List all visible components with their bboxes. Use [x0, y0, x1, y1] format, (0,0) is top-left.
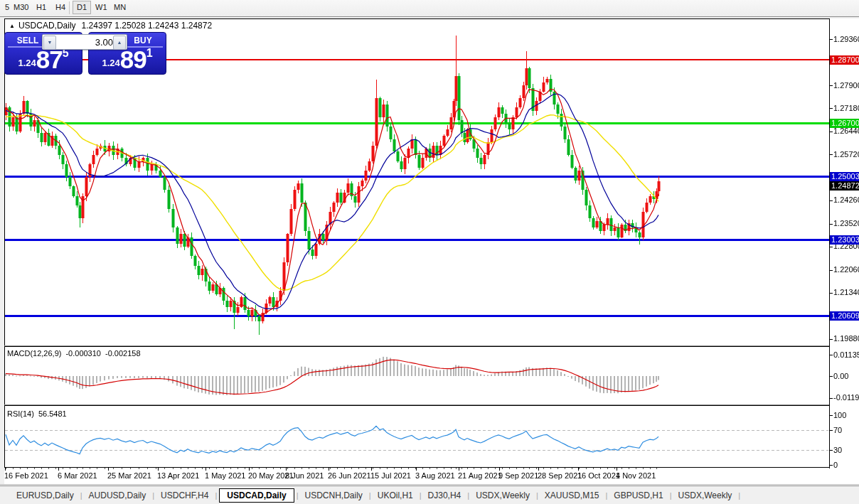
- date-axis-label: 3 Aug 2021: [415, 471, 455, 480]
- price-level-badge: 1.20609: [830, 311, 859, 321]
- macd-label: MACD(12,26,9)-0.000310-0.002158: [7, 349, 145, 358]
- timeframe-button-h4[interactable]: H4: [52, 1, 69, 14]
- date-axis-label: 8 Jun 2021: [285, 471, 324, 480]
- rsi-axis-tick: 30: [833, 446, 842, 454]
- chart-tab-eurusd-daily[interactable]: EURUSD,Daily: [10, 488, 80, 503]
- price-level-badge: 1.24872: [830, 181, 859, 191]
- price-axis-tick: 1.21340: [833, 289, 858, 296]
- one-click-trading-panel: SELL 1.24875 BUY 1.24891 ▼ ▲: [4, 32, 166, 75]
- buy-price-prefix: 1.24: [102, 58, 119, 68]
- rsi-name: RSI(14): [7, 409, 34, 418]
- chart-tab-audusd-daily[interactable]: AUDUSD,Daily: [82, 488, 153, 503]
- price-axis-tick: 1.22060: [833, 266, 858, 274]
- rsi-axis-tick: 70: [833, 427, 842, 434]
- price-level-badge: 1.23003: [830, 235, 859, 245]
- price-axis-tick: 1.23520: [833, 220, 858, 227]
- date-axis-label: 16 Feb 2021: [4, 471, 48, 480]
- volume-increase-icon[interactable]: ▲: [113, 36, 126, 50]
- date-axis-label: 26 Jun 2021: [328, 471, 371, 480]
- timeframe-button-m30[interactable]: M30: [10, 1, 32, 14]
- date-axis-label: 28 Sep 2021: [538, 471, 582, 480]
- volume-spinner: ▼ ▲: [42, 34, 127, 50]
- macd-axis-tick: 0.00: [833, 372, 848, 380]
- tab-separator: |: [738, 491, 740, 500]
- price-axis-tick: 1.19880: [833, 335, 858, 343]
- buy-price: 1.24891: [89, 47, 166, 72]
- rsi-label: RSI(14)56.5481: [7, 409, 71, 418]
- sell-price: 1.24875: [5, 47, 82, 72]
- macd-value-1: -0.000310: [65, 349, 101, 358]
- rsi-axis-tick: 100: [833, 412, 846, 419]
- price-axis-tick: 1.29360: [833, 36, 858, 43]
- volume-input[interactable]: [56, 35, 113, 49]
- symbol-tab-bar: EURUSD,Daily|AUDUSD,Daily|USDCHF,H4|USDC…: [0, 486, 859, 504]
- price-chart-canvas[interactable]: [0, 0, 859, 504]
- price-axis-tick: 1.27900: [833, 82, 858, 90]
- volume-decrease-icon[interactable]: ▼: [43, 36, 56, 50]
- chart-title: ▲USDCAD,Daily1.24397 1.25028 1.24243 1.2…: [9, 21, 212, 31]
- chart-tab-xauusd-m15[interactable]: XAUUSD,M15: [538, 488, 606, 503]
- price-level-badge: 1.25003: [830, 172, 859, 181]
- timeframe-button-w1[interactable]: W1: [92, 1, 111, 14]
- price-axis-tick: 1.24260: [833, 196, 858, 204]
- date-axis-label: 6 Mar 2021: [58, 471, 97, 480]
- timeframe-button-h1[interactable]: H1: [33, 1, 50, 14]
- macd-name: MACD(12,26,9): [7, 349, 61, 358]
- timeframe-toolbar: 5M30H1H4D1W1MN: [0, 0, 859, 17]
- macd-value-2: -0.002158: [105, 349, 141, 358]
- chart-tab-usdx-weekly[interactable]: USDX,Weekly: [672, 488, 739, 503]
- chart-ohlc-values: 1.24397 1.25028 1.24243 1.24872: [82, 21, 213, 31]
- price-axis-tick: 1.27180: [833, 104, 858, 112]
- buy-price-sup: 1: [146, 47, 153, 59]
- chart-tab-usdchf-h4[interactable]: USDCHF,H4: [154, 488, 215, 503]
- price-axis-tick: 1.26440: [833, 127, 858, 135]
- date-axis-label: 9 Sep 2021: [498, 471, 538, 480]
- price-level-badge: 1.28700: [830, 55, 859, 65]
- chart-tab-ukoil-h1[interactable]: UKOil,H1: [371, 488, 420, 503]
- timeframe-button-d1[interactable]: D1: [73, 1, 91, 14]
- macd-axis-tick: -0.01190: [833, 394, 859, 402]
- collapse-icon[interactable]: ▲: [9, 23, 15, 29]
- sell-price-prefix: 1.24: [18, 58, 36, 68]
- tab-separator: |: [215, 491, 217, 500]
- date-axis-label: 25 Mar 2021: [107, 471, 151, 480]
- date-axis-label: 13 Apr 2021: [157, 471, 199, 480]
- date-axis-label: 21 Aug 2021: [458, 471, 502, 480]
- chart-symbol-label: USDCAD,Daily: [18, 21, 76, 31]
- chart-tab-usdx-weekly[interactable]: USDX,Weekly: [469, 488, 536, 503]
- chart-tab-dj30-h4[interactable]: DJ30,H4: [422, 488, 468, 503]
- rsi-axis-tick: 0: [833, 461, 838, 469]
- date-axis-label: 16 Oct 2021: [577, 471, 620, 480]
- date-axis-label: 1 May 2021: [205, 471, 245, 480]
- toolbar-separator: [69, 1, 70, 14]
- macd-axis-tick: 0.01135: [833, 351, 859, 359]
- price-level-badge: 1.26700: [830, 119, 859, 128]
- price-axis-tick: 1.25720: [833, 151, 858, 159]
- date-axis-label: 4 Nov 2021: [616, 471, 656, 480]
- chart-tab-usdcad-daily[interactable]: USDCAD,Daily: [219, 488, 294, 503]
- timeframe-button-mn[interactable]: MN: [110, 1, 129, 14]
- date-axis-label: 15 Jul 2021: [370, 471, 411, 480]
- rsi-value: 56.5481: [38, 409, 67, 418]
- chart-tab-usdcnh-daily[interactable]: USDCNH,Daily: [299, 488, 369, 503]
- chart-tab-gbpusd-h1[interactable]: GBPUSD,H1: [607, 488, 669, 503]
